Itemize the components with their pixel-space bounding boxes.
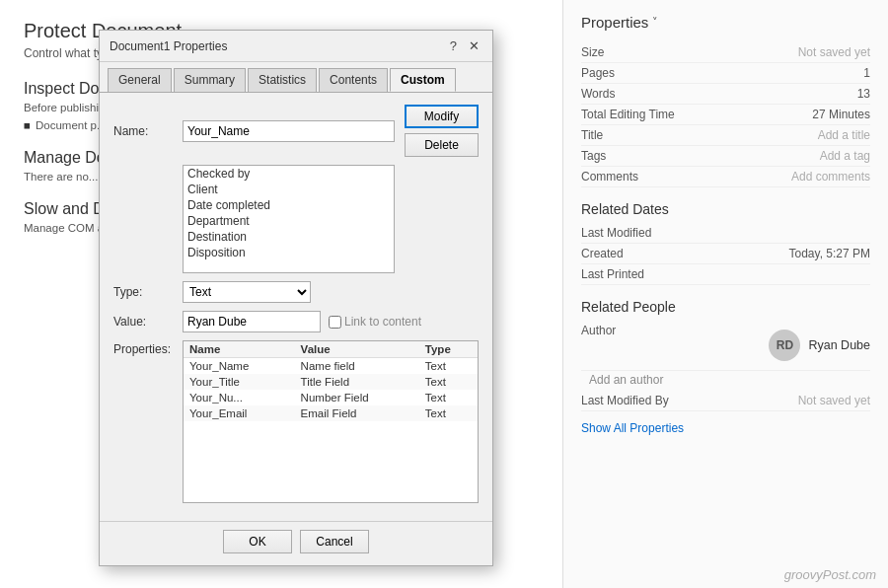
prop-comments-key: Comments <box>581 170 690 184</box>
related-people-heading: Related People <box>581 299 870 315</box>
prop-last-printed-key: Last Printed <box>581 267 690 281</box>
avatar: RD <box>769 330 800 361</box>
properties-list: Size Not saved yet Pages 1 Words 13 Tota… <box>581 42 870 187</box>
prop-pages: Pages 1 <box>581 63 870 84</box>
last-modified-by-row: Last Modified By Not saved yet <box>581 391 870 411</box>
table-row[interactable]: Your_Nu... Number Field Text <box>184 390 478 405</box>
last-modified-by-val: Not saved yet <box>690 394 870 407</box>
row-value: Name field <box>295 358 419 375</box>
name-label: Name: <box>113 124 183 138</box>
properties-table-wrap: Name Value Type Your_Name Name field Tex… <box>183 340 479 503</box>
row-name: Your_Name <box>184 358 295 375</box>
prop-last-modified-val <box>690 226 870 240</box>
add-author[interactable]: Add an author <box>589 373 870 387</box>
tab-custom[interactable]: Custom <box>390 68 456 92</box>
table-row[interactable]: Your_Name Name field Text <box>184 358 478 375</box>
prop-title: Title Add a title <box>581 125 870 146</box>
list-item[interactable]: Client <box>184 182 394 197</box>
name-input[interactable] <box>183 120 395 142</box>
link-label: Link to content <box>344 315 421 329</box>
prop-editing-time-key: Total Editing Time <box>581 108 690 121</box>
dialog-title: Document1 Properties <box>110 39 227 53</box>
prop-tags-val: Add a tag <box>690 149 870 163</box>
watermark: groovyPost.com <box>784 567 876 582</box>
tab-general[interactable]: General <box>108 68 172 92</box>
prop-tags: Tags Add a tag <box>581 146 870 167</box>
row-type: Text <box>419 374 478 390</box>
name-list-row: Checked by Client Date completed Departm… <box>113 165 479 273</box>
chevron-down-icon: ˅ <box>652 16 658 29</box>
table-row[interactable]: Your_Title Title Field Text <box>184 374 478 390</box>
author-info: RD Ryan Dube <box>769 330 870 361</box>
row-value: Title Field <box>295 374 419 390</box>
list-item[interactable]: Date completed <box>184 197 394 213</box>
value-input[interactable] <box>183 311 321 332</box>
list-item[interactable]: Checked by <box>184 166 394 182</box>
row-value: Number Field <box>295 390 419 405</box>
tab-statistics[interactable]: Statistics <box>248 68 317 92</box>
dialog-help-button[interactable]: ? <box>447 38 460 53</box>
list-item[interactable]: Disposition <box>184 245 394 260</box>
prop-tags-key: Tags <box>581 149 690 163</box>
link-checkbox[interactable] <box>329 316 341 329</box>
name-list[interactable]: Checked by Client Date completed Departm… <box>183 165 395 273</box>
type-select[interactable]: Text Date Number Yes or no <box>183 281 311 303</box>
bullet-icon: ■ <box>24 119 31 131</box>
prop-last-printed: Last Printed <box>581 264 870 285</box>
list-item[interactable]: Department <box>184 213 394 229</box>
prop-title-val: Add a title <box>690 128 870 142</box>
name-row: Name: Modify Delete <box>113 105 479 157</box>
row-name: Your_Title <box>184 374 295 390</box>
left-panel: Protect Document Control what types of c… <box>0 0 562 588</box>
action-buttons: Modify Delete <box>405 105 479 157</box>
table-row[interactable]: Your_Email Email Field Text <box>184 405 478 421</box>
row-type: Text <box>419 405 478 421</box>
row-name: Your_Email <box>184 405 295 421</box>
show-all-properties-link[interactable]: Show All Properties <box>581 421 870 435</box>
prop-last-modified: Last Modified <box>581 223 870 244</box>
row-name: Your_Nu... <box>184 390 295 405</box>
prop-size: Size Not saved yet <box>581 42 870 63</box>
author-name: Ryan Dube <box>808 338 870 352</box>
manage-item-text: There are no... <box>24 171 98 183</box>
col-name-header: Name <box>184 341 295 358</box>
modify-button[interactable]: Modify <box>405 105 479 128</box>
author-row-label: Author RD Ryan Dube <box>581 321 870 371</box>
tab-contents[interactable]: Contents <box>319 68 388 92</box>
prop-pages-val: 1 <box>690 66 870 80</box>
prop-last-modified-key: Last Modified <box>581 226 690 240</box>
prop-comments-val: Add comments <box>690 170 870 184</box>
ok-button[interactable]: OK <box>223 530 292 553</box>
prop-editing-time-val: 27 Minutes <box>690 108 870 121</box>
prop-size-val: Not saved yet <box>690 45 870 59</box>
prop-created-val: Today, 5:27 PM <box>690 247 870 260</box>
document-properties-dialog: Document1 Properties ? ✕ General Summary… <box>99 30 493 566</box>
prop-title-key: Title <box>581 128 690 142</box>
related-dates-list: Last Modified Created Today, 5:27 PM Las… <box>581 223 870 285</box>
prop-pages-key: Pages <box>581 66 690 80</box>
prop-size-key: Size <box>581 45 690 59</box>
inspect-item-text: Document p... <box>36 119 107 131</box>
properties-table: Name Value Type Your_Name Name field Tex… <box>184 341 478 421</box>
prop-words-key: Words <box>581 87 690 101</box>
last-modified-by-label: Last Modified By <box>581 394 690 407</box>
delete-button[interactable]: Delete <box>405 133 479 157</box>
value-label: Value: <box>113 315 183 329</box>
properties-row: Properties: Name Value Type Your <box>113 340 479 503</box>
list-item[interactable]: Destination <box>184 229 394 245</box>
tab-summary[interactable]: Summary <box>174 68 246 92</box>
prop-editing-time: Total Editing Time 27 Minutes <box>581 105 870 125</box>
tabs-bar: General Summary Statistics Contents Cust… <box>100 62 492 93</box>
prop-created-key: Created <box>581 247 690 260</box>
dialog-close-button[interactable]: ✕ <box>466 38 482 53</box>
prop-words-val: 13 <box>690 87 870 101</box>
dialog-footer: OK Cancel <box>100 521 492 565</box>
dialog-titlebar: Document1 Properties ? ✕ <box>100 31 492 62</box>
value-row: Value: Link to content <box>113 311 479 332</box>
author-label: Author <box>581 324 690 367</box>
properties-label: Properties: <box>113 340 183 356</box>
dialog-body: Name: Modify Delete Checked by Client Da… <box>100 93 492 521</box>
row-type: Text <box>419 358 478 375</box>
properties-panel-title: Properties <box>581 14 648 31</box>
cancel-button[interactable]: Cancel <box>300 530 369 553</box>
